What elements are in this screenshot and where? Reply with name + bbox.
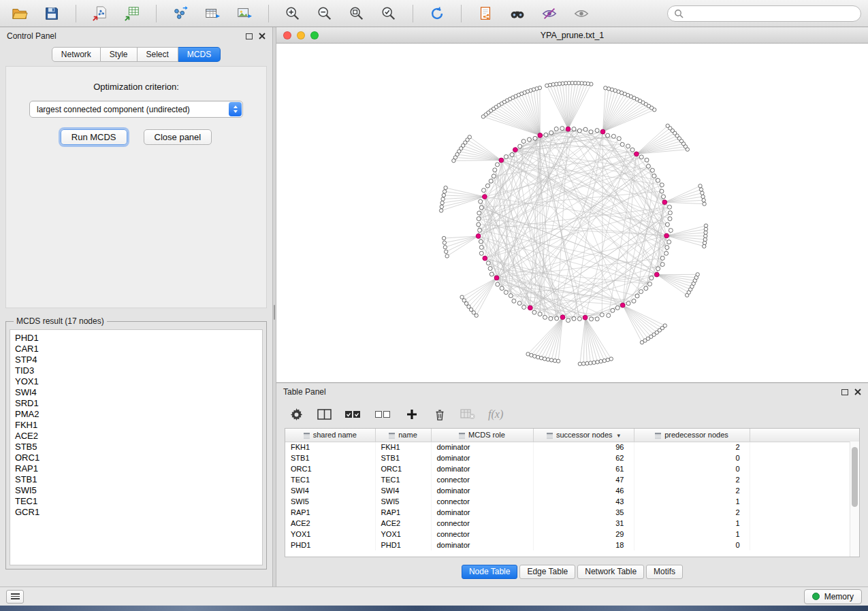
mcds-result-item[interactable]: SRD1 (15, 398, 262, 409)
table-row[interactable]: SWI5SWI5connector431 (285, 496, 859, 507)
clipboard-share-button[interactable] (472, 3, 498, 24)
column-header-predecessor-nodes[interactable]: predecessor nodes (634, 429, 750, 442)
close-panel-icon[interactable] (259, 33, 266, 39)
table-row[interactable]: STB1STB1dominator620 (285, 452, 859, 463)
save-session-button[interactable] (39, 3, 65, 24)
import-network-button[interactable] (87, 3, 113, 24)
control-panel: Control Panel NetworkStyleSelectMCDS Opt… (0, 27, 272, 587)
control-tabs: NetworkStyleSelectMCDS (0, 47, 272, 62)
open-file-button[interactable] (7, 3, 33, 24)
settings-button[interactable] (289, 406, 304, 423)
mcds-result-item[interactable]: STP4 (15, 354, 262, 365)
mcds-result-item[interactable]: RAP1 (15, 463, 262, 474)
toolbar-separator (268, 5, 269, 22)
scrollbar-thumb[interactable] (852, 447, 858, 507)
close-panel-button[interactable]: Close panel (144, 129, 212, 145)
memory-button[interactable]: Memory (804, 589, 862, 604)
mcds-result-item[interactable]: PHD1 (15, 333, 262, 344)
table-row[interactable]: PHD1PHD1dominator180 (285, 540, 859, 550)
maximize-window-icon[interactable] (310, 31, 319, 39)
run-mcds-button[interactable]: Run MCDS (61, 129, 127, 145)
export-network-button[interactable] (167, 3, 193, 24)
search-input[interactable] (688, 9, 854, 18)
select-all-button[interactable] (344, 406, 361, 423)
mcds-result-item[interactable]: STB5 (15, 442, 262, 452)
tab-style[interactable]: Style (101, 47, 138, 62)
search-box[interactable] (667, 5, 861, 22)
zoom-out-button[interactable] (312, 3, 338, 24)
export-table-button[interactable] (199, 3, 225, 24)
refresh-layout-button[interactable] (424, 3, 450, 24)
toolbar-separator (461, 5, 462, 22)
function-builder-button[interactable]: f(x) (488, 406, 503, 423)
zoom-fit-button[interactable] (344, 3, 370, 24)
table-row[interactable]: YOX1YOX1connector291 (285, 529, 859, 540)
zoom-fit-icon (349, 5, 365, 22)
node-table-body: FKH1FKH1dominator962STB1STB1dominator620… (285, 442, 859, 550)
zoom-in-button[interactable] (280, 3, 306, 24)
mcds-result-item[interactable]: TID3 (15, 365, 262, 376)
mcds-result-item[interactable]: ACE2 (15, 431, 262, 442)
panel-menu-button[interactable] (6, 590, 24, 604)
zoom-selected-button[interactable] (376, 3, 402, 24)
network-canvas[interactable] (276, 44, 868, 382)
node-table: shared namenameMCDS rolesuccessor nodes▾… (285, 428, 860, 557)
export-image-button[interactable] (231, 3, 257, 24)
mcds-result-item[interactable]: FKH1 (15, 420, 262, 431)
tab-mcds[interactable]: MCDS (178, 47, 221, 62)
tab-select[interactable]: Select (138, 47, 178, 62)
hide-selected-button[interactable] (536, 3, 562, 24)
mcds-result-item[interactable]: SWI4 (15, 387, 262, 398)
mcds-result-item[interactable]: PMA2 (15, 409, 262, 420)
tab-edge-table[interactable]: Edge Table (519, 565, 575, 579)
network-titlebar: YPA_prune.txt_1 (276, 27, 868, 44)
mcds-result-item[interactable]: TEC1 (15, 496, 262, 507)
table-row[interactable]: ACE2ACE2connector311 (285, 518, 859, 529)
close-window-icon[interactable] (283, 31, 291, 39)
search-network-button[interactable] (504, 3, 530, 24)
mcds-buttons-row: Run MCDS Close panel (6, 129, 266, 145)
zoom-in-icon (285, 5, 301, 22)
delete-row-button[interactable] (432, 406, 447, 423)
close-table-panel-icon[interactable] (854, 389, 861, 395)
mcds-result-item[interactable]: GCR1 (15, 507, 262, 518)
table-row[interactable]: SWI4SWI4dominator462 (285, 485, 859, 496)
mcds-result-item[interactable]: SWI5 (15, 485, 262, 496)
show-all-icon (573, 5, 590, 22)
mcds-result-item[interactable]: STB1 (15, 474, 262, 485)
float-table-panel-icon[interactable] (841, 389, 848, 395)
criterion-dropdown[interactable]: largest connected component (undirected) (29, 101, 243, 118)
tab-node-table[interactable]: Node Table (462, 565, 518, 579)
column-header-successor-nodes[interactable]: successor nodes▾ (533, 429, 634, 442)
sort-dropdown-icon[interactable]: ▾ (617, 432, 621, 439)
tab-motifs[interactable]: Motifs (646, 565, 683, 579)
mcds-result-item[interactable]: YOX1 (15, 376, 262, 387)
tab-network-table[interactable]: Network Table (577, 565, 644, 579)
dropdown-stepper-icon (229, 102, 242, 116)
table-row[interactable]: RAP1RAP1dominator352 (285, 507, 859, 518)
table-scrollbar[interactable] (850, 442, 859, 557)
mcds-result-item[interactable]: CAR1 (15, 344, 262, 354)
column-header-shared-name[interactable]: shared name (285, 429, 375, 442)
import-table-button[interactable] (119, 3, 145, 24)
column-header-name[interactable]: name (375, 429, 431, 442)
mcds-result-item[interactable]: ORC1 (15, 452, 262, 463)
hide-selected-icon (541, 5, 558, 22)
column-type-icon (459, 433, 465, 438)
add-row-button[interactable] (404, 406, 419, 423)
table-row[interactable]: TEC1TEC1connector472 (285, 474, 859, 485)
control-panel-header: Control Panel (0, 27, 272, 45)
mcds-tab-content: Optimization criterion: largest connecte… (5, 66, 267, 308)
delete-table-button[interactable] (460, 406, 475, 423)
show-all-button[interactable] (568, 3, 594, 24)
column-header-MCDS-role[interactable]: MCDS role (431, 429, 533, 442)
column-visibility-button[interactable] (317, 406, 332, 423)
deselect-all-button[interactable] (374, 406, 391, 423)
float-panel-icon[interactable] (246, 33, 253, 39)
mcds-result-title: MCDS result (17 nodes) (14, 316, 107, 326)
table-row[interactable]: FKH1FKH1dominator962 (285, 442, 859, 452)
table-row[interactable]: ORC1ORC1dominator610 (285, 463, 859, 474)
minimize-window-icon[interactable] (297, 31, 305, 39)
network-graph[interactable] (276, 44, 868, 382)
tab-network[interactable]: Network (52, 47, 101, 62)
